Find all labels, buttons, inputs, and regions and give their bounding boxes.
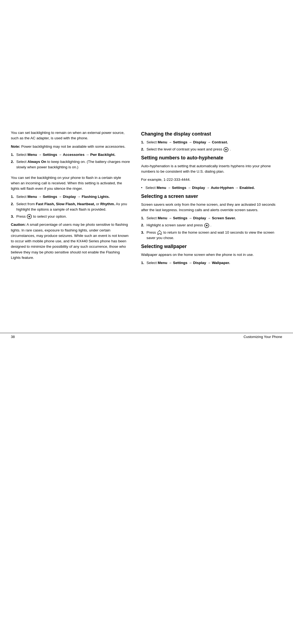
note: Note: Power backlighting may not be avai…	[11, 144, 130, 149]
list-item: 3. Press to select your option.	[11, 214, 130, 219]
section4-para: Wallpaper appears on the home screen whe…	[141, 252, 282, 257]
footer: 38 Customizing Your Phone	[0, 333, 293, 340]
note-label: Note:	[11, 144, 20, 149]
section1-list: 1. Select Menu → Settings → Display → Co…	[141, 140, 282, 152]
section1-heading: Changing the display contrast	[141, 131, 282, 137]
section3-list: 1. Select Menu → Settings → Display → Sc…	[141, 215, 282, 241]
svg-point-6	[159, 230, 160, 231]
right-column: Changing the display contrast 1. Select …	[141, 130, 282, 268]
list-item: 1. Select Menu → Settings → Display → Co…	[141, 140, 282, 145]
list-item: 2. Select Always On to keep backlighting…	[11, 159, 130, 170]
content-area: You can set backlighting to remain on wh…	[0, 0, 293, 279]
left-para2: You can set the backlighting on your pho…	[11, 175, 130, 192]
list-item: 1. Select Menu → Settings → Display → Sc…	[141, 215, 282, 221]
section2-heading: Setting numbers to auto-hyphenate	[141, 155, 282, 161]
list-item: 2. Select from Fast Flash, Slow Flash, H…	[11, 201, 130, 212]
list-item: Select Menu → Settings → Display → Auto-…	[141, 185, 282, 191]
chapter-title: Customizing Your Phone	[244, 335, 282, 339]
list-item: 1. Select Menu → Settings → Display → Wa…	[141, 260, 282, 266]
section2-example: For example, 1-222-333-4444.	[141, 177, 282, 182]
list-item: 2. Select the level of contrast you want…	[141, 147, 282, 152]
list-item: 1. Select Menu → Settings → Display → Fl…	[11, 194, 130, 199]
svg-point-3	[225, 149, 227, 150]
ok-icon	[27, 214, 32, 219]
page-number: 38	[11, 335, 15, 339]
left-list2: 1. Select Menu → Settings → Display → Fl…	[11, 194, 130, 219]
home-icon	[157, 230, 162, 235]
section2-bullet-list: Select Menu → Settings → Display → Auto-…	[141, 185, 282, 191]
left-para1: You can set backlighting to remain on wh…	[11, 130, 130, 141]
section3-heading: Selecting a screen saver	[141, 194, 282, 199]
section3-para: Screen savers work only from the home sc…	[141, 202, 282, 213]
list-item: 2. Highlight a screen saver and press .	[141, 223, 282, 228]
svg-point-1	[28, 216, 30, 217]
page: You can set backlighting to remain on wh…	[0, 0, 293, 644]
ok-icon	[204, 223, 209, 228]
ok-icon	[223, 147, 229, 152]
list-item: 3. Press to return to the home screen an…	[141, 230, 282, 241]
note-text: Power backlighting may not be available …	[21, 144, 125, 149]
caution: Caution: A small percentage of users may…	[11, 222, 130, 260]
caution-text: A small percentage of users may be photo…	[11, 223, 129, 260]
left-column: You can set backlighting to remain on wh…	[11, 130, 130, 268]
svg-point-5	[206, 225, 208, 226]
section4-list: 1. Select Menu → Settings → Display → Wa…	[141, 260, 282, 266]
list-item: 1. Select Menu → Settings → Accessories …	[11, 152, 130, 157]
left-list1: 1. Select Menu → Settings → Accessories …	[11, 152, 130, 170]
caution-label: Caution:	[11, 223, 26, 227]
section4-heading: Selecting wallpaper	[141, 244, 282, 249]
section2-para: Auto-hyphenation is a setting that autom…	[141, 163, 282, 175]
